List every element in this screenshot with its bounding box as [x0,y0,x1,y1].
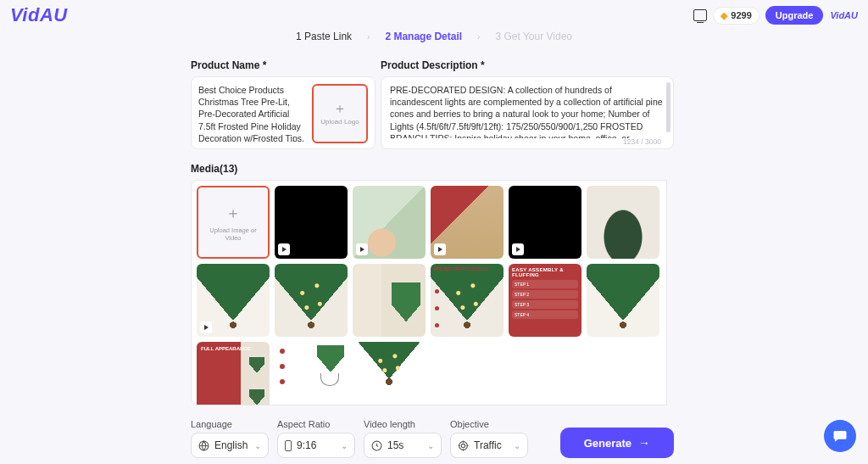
step-paste-link[interactable]: 1 Paste Link [296,31,352,42]
media-tile-image[interactable]: PRE DECORATED DESIGN [431,264,504,337]
dot-icon [435,306,439,310]
app-header: VidAU ◆ 9299 Upgrade VidAU [0,0,868,31]
media-tile-image[interactable] [275,342,348,389]
chevron-down-icon: ⌄ [341,441,348,450]
media-grid: ＋ Upload Image or Video PRE DECORATED DE… [197,186,661,405]
mini-tree-icon [249,389,264,405]
tile-caption: FULL APPEARANCE [201,346,251,351]
bottom-controls: Language English ⌄ Aspect Ratio 9:16 ⌄ V… [191,419,674,458]
arrow-right-icon: → [638,436,650,450]
chevron-right-icon: › [477,32,480,42]
tile-step: STEP 1 [512,280,578,288]
media-tile-video[interactable] [353,186,426,259]
play-icon [278,243,290,255]
objective-label: Objective [450,419,528,429]
play-icon [200,321,212,333]
dot-icon [435,289,439,293]
chevron-down-icon: ⌄ [427,441,434,450]
objective-select[interactable]: Traffic ⌄ [450,433,528,458]
video-length-select[interactable]: 15s ⌄ [364,433,442,458]
dot-icon [435,323,439,327]
stepper: 1 Paste Link › 2 Manage Detail › 3 Get Y… [0,31,868,42]
media-tile-image[interactable]: FULL APPEARANCE [197,342,270,405]
media-tile-image[interactable] [587,264,659,337]
tile-step: STEP 4 [512,310,578,319]
presentation-icon[interactable] [693,9,707,21]
product-description-label: Product Description * [381,59,674,71]
media-tile-image[interactable] [587,186,659,259]
description-scrollbar[interactable] [666,82,670,132]
header-right: ◆ 9299 Upgrade VidAU [693,6,858,25]
dot-icon [280,379,285,384]
clock-icon [371,440,382,451]
media-panel: ＋ Upload Image or Video PRE DECORATED DE… [191,180,667,405]
video-length-label: Video length [364,419,442,429]
media-tile-image[interactable] [353,342,426,389]
svg-point-3 [461,444,465,447]
media-tile-video[interactable] [509,186,581,259]
upload-media-label: Upload Image or Video [198,226,268,242]
generate-button[interactable]: Generate → [560,428,674,458]
plus-icon: ＋ [225,203,241,223]
product-name-input[interactable]: Best Choice Products Christmas Tree Pre-… [198,84,307,142]
chevron-down-icon: ⌄ [254,441,261,450]
main-content: Product Name * Best Choice Products Chri… [191,59,674,405]
media-tile-video[interactable] [197,264,270,337]
target-icon [458,440,469,451]
aspect-ratio-label: Aspect Ratio [277,419,355,429]
language-value: English [214,439,248,451]
play-icon [434,243,446,255]
product-description-input[interactable]: PRE-DECORATED DESIGN: A collection of hu… [381,77,673,138]
tile-caption: PRE DECORATED DESIGN [434,266,488,271]
dot-icon [280,364,285,369]
tile-step: STEP 2 [512,290,578,299]
media-tile-image[interactable] [353,264,426,337]
media-label: Media(13) [191,163,674,175]
step-manage-detail[interactable]: 2 Manage Detail [385,31,462,42]
dot-icon [280,349,285,354]
language-select[interactable]: English ⌄ [191,433,269,458]
product-name-card: Best Choice Products Christmas Tree Pre-… [191,76,376,149]
aspect-ratio-value: 9:16 [297,439,316,451]
tile-caption: EASY ASSEMBLY & FLUFFING [512,267,578,277]
char-count: 1234 / 3000 [623,137,661,146]
upload-logo-button[interactable]: ＋ Upload Logo [312,84,368,143]
globe-icon [198,440,209,451]
generate-label: Generate [584,437,632,450]
tile-step: STEP 3 [512,300,578,309]
upload-media-button[interactable]: ＋ Upload Image or Video [197,186,270,259]
credits-pill[interactable]: ◆ 9299 [714,8,758,24]
chat-icon [832,428,848,444]
credits-value: 9299 [731,10,751,20]
portrait-icon [285,440,292,451]
play-icon [512,243,524,255]
objective-value: Traffic [474,439,502,451]
play-icon [356,243,368,255]
media-tile-image[interactable]: EASY ASSEMBLY & FLUFFING STEP 1 STEP 2 S… [509,264,581,337]
chevron-right-icon: › [367,32,370,42]
upload-logo-label: Upload Logo [320,118,359,126]
product-name-label: Product Name * [191,59,376,71]
product-description-card: PRE-DECORATED DESIGN: A collection of hu… [381,76,674,149]
language-label: Language [191,419,269,429]
media-tile-image[interactable] [275,264,348,337]
diamond-icon: ◆ [721,10,727,21]
aspect-ratio-select[interactable]: 9:16 ⌄ [277,433,355,458]
media-tile-video[interactable] [431,186,504,259]
upgrade-button[interactable]: Upgrade [765,6,824,25]
plus-icon: ＋ [333,102,347,115]
chevron-down-icon: ⌄ [514,441,520,450]
svg-point-2 [459,441,468,450]
brand-logo[interactable]: VidAU [10,4,68,26]
step-get-video: 3 Get Your Video [495,31,572,42]
media-tile-video[interactable] [275,186,348,259]
brand-chip[interactable]: VidAU [830,10,858,20]
chat-fab[interactable] [824,420,856,452]
video-length-value: 15s [387,439,403,451]
mini-tree-icon [249,357,264,377]
